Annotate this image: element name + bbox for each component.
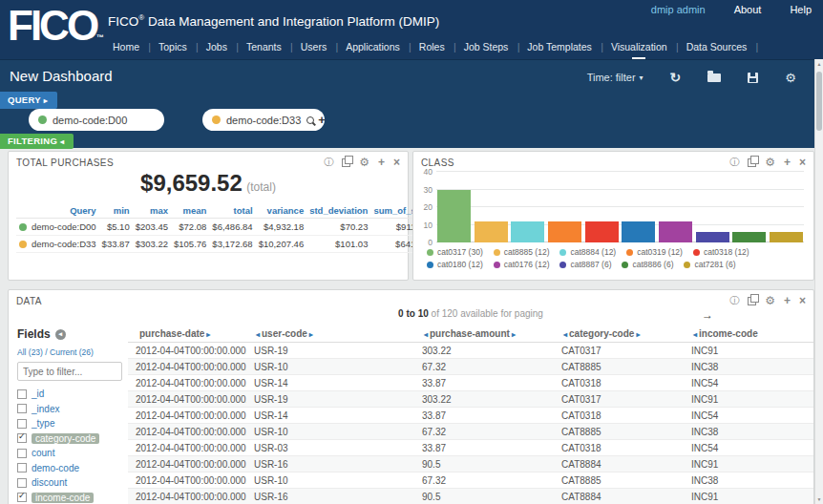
- field-label[interactable]: count: [32, 448, 54, 458]
- sort-left-arrow[interactable]: ◂: [254, 330, 262, 339]
- add-query-icon[interactable]: +: [318, 113, 326, 127]
- stats-column-header[interactable]: variance: [256, 203, 307, 219]
- bar[interactable]: [696, 232, 729, 242]
- sort-left-arrow[interactable]: ◂: [561, 330, 569, 339]
- scrollbar-thumb[interactable]: [816, 72, 822, 131]
- field-label[interactable]: _index: [32, 404, 59, 414]
- filtering-tab-button[interactable]: FILTERING ◂: [0, 134, 74, 149]
- query-pill[interactable]: demo-code:D33 +: [202, 109, 325, 131]
- legend-item[interactable]: cat8886 (6): [622, 260, 673, 269]
- gear-icon[interactable]: ⚙: [765, 157, 775, 168]
- clone-icon[interactable]: [342, 158, 350, 167]
- stats-column-header[interactable]: Query: [16, 203, 99, 219]
- field-label[interactable]: category-code: [32, 433, 99, 444]
- scroll-up-arrow[interactable]: ▲: [815, 59, 823, 69]
- stats-column-header[interactable]: min: [99, 203, 133, 219]
- data-row[interactable]: 2012-04-04T00:00:00.000Z USR-10 67.32 CA…: [128, 424, 813, 440]
- legend-item[interactable]: cat0318 (12): [693, 247, 749, 257]
- bar[interactable]: [585, 221, 619, 242]
- data-row[interactable]: 2012-04-04T00:00:00.000Z USR-10 67.32 CA…: [128, 359, 813, 375]
- fields-all-link[interactable]: All (23): [17, 347, 43, 357]
- stats-column-header[interactable]: total: [209, 203, 255, 219]
- nav-item[interactable]: Topics: [149, 41, 197, 52]
- field-label[interactable]: _type: [32, 418, 54, 429]
- bar[interactable]: [622, 221, 655, 242]
- field-item[interactable]: _id: [17, 388, 122, 399]
- nav-item[interactable]: Home: [103, 41, 149, 52]
- field-checkbox[interactable]: [17, 478, 27, 488]
- refresh-icon[interactable]: ↻: [670, 70, 682, 85]
- info-icon[interactable]: ⓘ: [729, 296, 739, 305]
- nav-item[interactable]: Roles: [410, 41, 454, 52]
- field-item[interactable]: _type: [17, 418, 122, 429]
- field-item[interactable]: _index: [17, 404, 122, 414]
- stats-column-header[interactable]: std_deviation: [306, 203, 370, 219]
- data-column-header[interactable]: ◂purchase-amount▸: [414, 326, 554, 343]
- data-row[interactable]: 2012-04-04T00:00:00.000Z USR-16 90.5 CAT…: [128, 489, 813, 504]
- scroll-down-arrow[interactable]: ▼: [815, 494, 823, 504]
- legend-item[interactable]: cat7281 (6): [684, 260, 735, 269]
- bar[interactable]: [475, 221, 508, 242]
- sort-right-arrow[interactable]: [758, 330, 762, 339]
- field-label[interactable]: discount: [32, 477, 67, 488]
- gear-icon[interactable]: ⚙: [785, 71, 796, 85]
- gear-icon[interactable]: ⚙: [359, 157, 369, 168]
- field-checkbox[interactable]: [17, 449, 27, 458]
- sort-right-arrow[interactable]: ▸: [307, 330, 315, 339]
- field-checkbox[interactable]: [17, 389, 27, 399]
- data-row[interactable]: 2012-04-04T00:00:00.000Z USR-14 33.87 CA…: [128, 375, 813, 391]
- bar[interactable]: [437, 190, 471, 243]
- nav-item[interactable]: Visualization: [601, 41, 677, 52]
- collapse-fields-icon[interactable]: ◂: [55, 329, 66, 340]
- field-item[interactable]: discount: [17, 477, 122, 488]
- clone-icon[interactable]: [748, 297, 756, 305]
- clone-icon[interactable]: [748, 158, 756, 167]
- fico-logo[interactable]: FICO™: [8, 2, 104, 51]
- fields-current-link[interactable]: Current (26): [50, 347, 94, 357]
- open-folder-icon[interactable]: [707, 74, 721, 82]
- sort-right-arrow[interactable]: ▸: [510, 330, 517, 339]
- info-icon[interactable]: ⓘ: [729, 158, 739, 167]
- legend-item[interactable]: cat0180 (12): [427, 260, 483, 269]
- save-icon[interactable]: [748, 73, 758, 83]
- search-icon[interactable]: [306, 116, 314, 124]
- legend-item[interactable]: cat8885 (12): [494, 247, 550, 257]
- fields-filter-input[interactable]: [17, 362, 122, 381]
- field-checkbox[interactable]: [17, 419, 27, 429]
- data-row[interactable]: 2012-04-04T00:00:00.000Z USR-16 90.5 CAT…: [128, 456, 813, 472]
- field-item[interactable]: count: [17, 448, 122, 458]
- help-link[interactable]: Help: [790, 4, 812, 15]
- field-item[interactable]: category-code: [17, 433, 122, 444]
- data-row[interactable]: 2012-04-04T00:00:00.000Z USR-19 303.22 C…: [128, 391, 813, 408]
- data-column-header[interactable]: ◂user-code▸: [246, 326, 414, 343]
- close-icon[interactable]: ×: [393, 157, 400, 168]
- field-checkbox[interactable]: [17, 404, 27, 413]
- time-filter-dropdown[interactable]: Time: filter▾: [587, 72, 644, 83]
- data-row[interactable]: 2012-04-04T00:00:00.000Z USR-10 67.32 CA…: [128, 472, 813, 489]
- move-icon[interactable]: +: [784, 157, 791, 168]
- bar[interactable]: [511, 221, 544, 242]
- stats-column-header[interactable]: max: [133, 203, 171, 219]
- bar[interactable]: [770, 232, 803, 242]
- bar[interactable]: [732, 232, 766, 242]
- query-pill[interactable]: demo-code:D00 +: [29, 109, 164, 131]
- field-label[interactable]: demo-code: [32, 463, 79, 473]
- nav-item[interactable]: Job Steps: [454, 41, 518, 52]
- bar[interactable]: [659, 221, 692, 242]
- query-tab-button[interactable]: QUERY ▸: [0, 92, 57, 109]
- field-checkbox[interactable]: [17, 463, 27, 472]
- gear-icon[interactable]: ⚙: [765, 295, 775, 306]
- field-label[interactable]: _id: [32, 388, 44, 399]
- field-item[interactable]: income-code: [17, 493, 122, 503]
- legend-item[interactable]: cat8887 (6): [559, 260, 611, 269]
- field-label[interactable]: income-code: [32, 493, 94, 503]
- data-row[interactable]: 2012-04-04T00:00:00.000Z USR-14 33.87 CA…: [128, 408, 813, 424]
- stats-column-header[interactable]: mean: [171, 203, 209, 219]
- sort-right-arrow[interactable]: ▸: [634, 330, 642, 339]
- user-menu-link[interactable]: dmip admin: [651, 4, 706, 15]
- legend-item[interactable]: cat0176 (12): [494, 260, 550, 269]
- bar[interactable]: [548, 221, 581, 242]
- nav-item[interactable]: Applications: [336, 41, 410, 52]
- sort-left-arrow[interactable]: ◂: [691, 330, 699, 339]
- nav-item[interactable]: Data Sources: [677, 41, 757, 52]
